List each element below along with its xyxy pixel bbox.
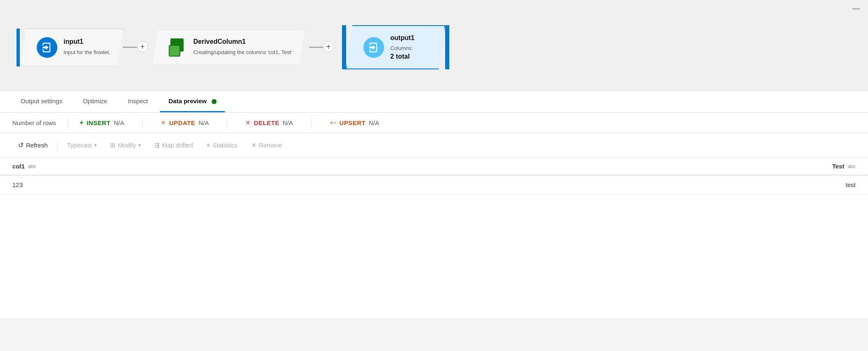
- col1-header: col1 abc: [12, 163, 136, 170]
- modify-label: Modify: [118, 142, 136, 149]
- output-icon: [363, 37, 384, 58]
- output-columns-label: Columns:: [390, 45, 415, 51]
- map-drifted-icon: ⇶: [154, 142, 160, 149]
- connector-2: +: [309, 47, 330, 48]
- number-of-rows-label: Number of rows: [12, 119, 56, 126]
- update-icon: ✳: [161, 119, 166, 126]
- tab-optimize[interactable]: Optimize: [75, 91, 116, 112]
- test-header: Test abc: [136, 163, 856, 170]
- derivedcol-title: DerivedColumn1: [193, 38, 292, 45]
- add-connector-btn-2[interactable]: +: [323, 41, 334, 52]
- insert-value: N/A: [114, 119, 124, 126]
- stats-bar: Number of rows + INSERT N/A ✳ UPDATE N/A…: [0, 113, 868, 133]
- derived-icon: [169, 38, 187, 57]
- input1-desc: Input for the flowlet.: [64, 49, 110, 56]
- insert-icon: +: [80, 119, 83, 126]
- modify-chevron-icon: ▾: [139, 143, 141, 147]
- upsert-label: UPSERT: [340, 119, 366, 126]
- typecast-chevron-icon: ▾: [94, 143, 97, 147]
- output-columns-count: 2 total: [390, 53, 415, 60]
- test-col-name: Test: [832, 163, 844, 170]
- row1-col1: 123: [12, 181, 136, 188]
- tab-data-preview[interactable]: Data preview: [160, 91, 225, 112]
- update-value: N/A: [198, 119, 209, 126]
- typecast-button[interactable]: Typecast ▾: [61, 138, 102, 152]
- output-right-bar: [445, 25, 449, 69]
- connector-1: +: [123, 47, 144, 48]
- bottom-panel: Output settings Optimize Inspect Data pr…: [0, 91, 868, 318]
- map-drifted-label: Map drifted: [162, 142, 193, 149]
- output-left-bar: [342, 25, 346, 69]
- remove-label: Remove: [259, 142, 282, 149]
- stat-divider-2: [142, 119, 143, 127]
- tab-inspect[interactable]: Inspect: [120, 91, 156, 112]
- row1-test: test: [136, 181, 856, 188]
- toolbar-divider-1: [57, 140, 58, 150]
- minimize-button[interactable]: —: [852, 4, 860, 13]
- statistics-label: Statistics: [213, 142, 238, 149]
- delete-label: DELETE: [254, 119, 279, 126]
- toolbar: ↺ Refresh Typecast ▾ ⊞ Modify ▾ ⇶ Map dr…: [0, 133, 868, 158]
- upsert-value: N/A: [369, 119, 379, 126]
- statistics-button[interactable]: ≡ Statistics: [201, 138, 243, 152]
- insert-label: INSERT: [87, 119, 111, 126]
- tab-output-settings[interactable]: Output settings: [12, 91, 71, 112]
- modify-button[interactable]: ⊞ Modify ▾: [104, 138, 146, 152]
- delete-icon: ✕: [245, 119, 250, 126]
- update-stat: ✳ UPDATE N/A: [161, 119, 209, 126]
- stat-divider-4: [311, 119, 311, 127]
- output1-node[interactable]: output1 Columns: 2 total: [342, 25, 449, 69]
- derivedcolumn1-node[interactable]: DerivedColumn1 Creating/updating the col…: [152, 29, 305, 65]
- flow-canvas: input1 Input for the flowlet. + DerivedC…: [0, 0, 868, 91]
- table-header-row: col1 abc Test abc: [0, 158, 868, 176]
- data-preview-dot: [212, 99, 217, 104]
- add-connector-btn-1[interactable]: +: [137, 41, 148, 52]
- node-left-bar: [17, 28, 20, 66]
- col1-type: abc: [28, 164, 36, 169]
- input1-node[interactable]: input1 Input for the flowlet.: [17, 28, 123, 66]
- stat-divider-3: [227, 119, 227, 127]
- refresh-label: Refresh: [26, 142, 48, 149]
- input1-title: input1: [64, 38, 110, 45]
- refresh-button[interactable]: ↺ Refresh: [12, 138, 54, 152]
- test-col-type: abc: [848, 164, 856, 169]
- delete-value: N/A: [283, 119, 293, 126]
- col1-name: col1: [12, 163, 25, 170]
- table-row: 123 test: [0, 176, 868, 194]
- modify-icon: ⊞: [110, 142, 116, 149]
- typecast-label: Typecast: [67, 142, 92, 149]
- derivedcol-desc: Creating/updating the columns 'col1, Tes…: [193, 49, 292, 56]
- refresh-icon: ↺: [18, 141, 24, 149]
- upsert-icon: ✳+: [330, 120, 336, 126]
- input-icon: [37, 37, 57, 58]
- upsert-stat: ✳+ UPSERT N/A: [330, 119, 379, 126]
- remove-x-icon: ✕: [251, 142, 257, 149]
- insert-stat: + INSERT N/A: [80, 119, 124, 126]
- tab-bar: Output settings Optimize Inspect Data pr…: [0, 91, 868, 113]
- stat-divider-1: [68, 119, 68, 127]
- output1-title: output1: [390, 34, 415, 42]
- statistics-icon: ≡: [207, 142, 210, 149]
- update-label: UPDATE: [169, 119, 195, 126]
- remove-button[interactable]: ✕ Remove: [245, 138, 288, 152]
- map-drifted-button[interactable]: ⇶ Map drifted: [149, 138, 199, 152]
- delete-stat: ✕ DELETE N/A: [245, 119, 293, 126]
